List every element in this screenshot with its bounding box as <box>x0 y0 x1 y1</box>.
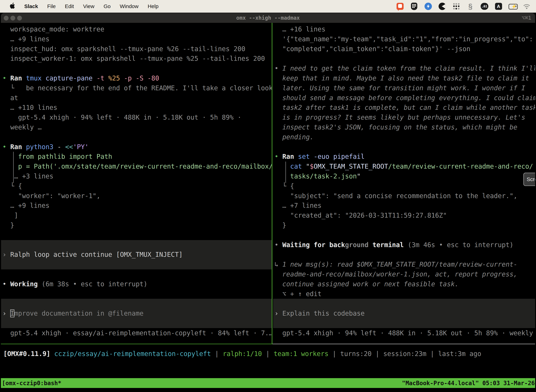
terminal-line: cat "$OMX_TEAM_STATE_ROOT/team/review-cu… <box>274 162 535 171</box>
terminal-line <box>274 250 535 260</box>
terminal-line: at <box>2 93 272 103</box>
terminal-line <box>274 54 535 64</box>
terminal-line: • Working (6m 38s • esc to interrupt) <box>2 279 272 289</box>
wifi-icon[interactable] <box>523 2 531 10</box>
tmux-pane-left[interactable]: workspace_mode: worktree … +9 lines insp… <box>1 24 272 338</box>
terminal-line <box>2 299 272 308</box>
browser-icon[interactable] <box>438 2 446 10</box>
terminal-line: task2 after task1 is complete, but can I… <box>274 103 535 112</box>
terminal-line <box>2 240 272 250</box>
tmux-pane-right[interactable]: … +16 lines '{"team_name":"my-team","tas… <box>273 24 535 338</box>
chat-app-icon[interactable] <box>396 2 404 10</box>
pane-bottom-border-right <box>273 344 535 344</box>
terminal-line: … +7 lines <box>274 201 535 210</box>
stats-icon[interactable] <box>424 2 432 10</box>
window-title-bar: omx --xhigh --madmax ⌥⌘1 <box>1 13 535 23</box>
terminal-line: └ { <box>2 181 272 191</box>
menu-bar-status-icons: § ..61 A ⚡ <box>396 2 536 10</box>
terminal-line: } <box>274 220 535 230</box>
terminal-line <box>2 64 272 73</box>
terminal-line: should send a message before completing … <box>274 93 535 103</box>
terminal-line <box>274 299 535 308</box>
terminal-line: └ { <box>274 181 535 191</box>
terminal-line: … +9 lines <box>2 34 272 44</box>
battery-icon[interactable]: ⚡ <box>509 2 517 10</box>
terminal-line: ] <box>2 210 272 220</box>
terminal-line: • Ran python3 - <<'PY' <box>2 142 272 152</box>
window-shortcut-badge: ⌥⌘1 <box>522 13 531 23</box>
menu-item-help[interactable]: Help <box>148 3 159 9</box>
terminal-line <box>274 142 535 152</box>
terminal-line: • I need to get the claim token from the… <box>274 64 535 73</box>
pane-divider[interactable] <box>272 23 273 344</box>
apple-menu-icon[interactable] <box>10 2 15 10</box>
terminal-line: › Explain this codebase <box>274 308 535 318</box>
terminal-line: readme-and-reco/mailbox/worker-1.json, a… <box>274 269 535 279</box>
app-grid-icon[interactable] <box>452 2 460 10</box>
tmux-host-clock: "MacBook-Pro-44.local" 05:03 31-Mar-26 <box>402 380 535 387</box>
desktop: { "menu_bar": { "items": ["Slack", "File… <box>0 0 536 392</box>
terminal-line: • Ran tmux capture-pane -t %25 -p -S -80 <box>2 73 272 83</box>
menu-bar: Slack File Edit View Go Window Help § ..… <box>0 0 536 13</box>
terminal-line <box>2 269 272 279</box>
terminal-line: • Ran set -euo pipefail <box>274 152 535 162</box>
terminal-line: gpt-5.4 xhigh · essay/ai-reimplementatio… <box>2 328 272 338</box>
terminal-line: inspect task2's JSON, focusing on the st… <box>274 122 535 132</box>
terminal-line: "completed","claim_token":"claim-token"}… <box>274 44 535 54</box>
terminal-line: weekly … <box>2 122 272 132</box>
terminal-line: is in progress? It seems likely but perh… <box>274 112 535 122</box>
terminal-line <box>2 289 272 299</box>
count-badge-icon[interactable]: ..61 <box>480 2 488 10</box>
terminal-line: from pathlib import Path <box>2 152 272 162</box>
terminal-line <box>274 230 535 240</box>
menu-item-view[interactable]: View <box>83 3 94 9</box>
terminal-line: continue assigned work or next feasible … <box>274 279 535 289</box>
password-manager-icon[interactable] <box>410 2 418 10</box>
terminal-line <box>274 318 535 328</box>
menu-item-window[interactable]: Window <box>120 3 139 9</box>
terminal-line: "worker": "worker-1", <box>2 191 272 201</box>
terminal-line <box>2 318 272 328</box>
omx-status-line: [OMX#0.11.9] cczip/essay/ai-reimplementa… <box>3 349 531 359</box>
pane-bottom-border-left <box>1 344 273 344</box>
terminal-line <box>2 230 272 240</box>
terminal-line: … +3 lines <box>2 171 272 181</box>
terminal-line: … +110 lines <box>2 103 272 112</box>
terminal-line: "created_at": "2026-03-31T11:59:27.816Z" <box>274 210 535 220</box>
menu-item-edit[interactable]: Edit <box>65 3 74 9</box>
tmux-session-label: [omx-cczip0:bash* <box>1 380 61 387</box>
terminal-line: pending. <box>274 132 535 142</box>
terminal-line <box>2 132 272 142</box>
terminal-line: └ be necessary for the end of the README… <box>2 83 272 93</box>
terminal-line: › Improve documentation in @filename <box>2 308 272 318</box>
terminal-line: ↳ 1 new msg(s): read $OMX_TEAM_STATE_ROO… <box>274 260 535 269</box>
terminal-line: '{"team_name":"my-team","task_id":"1","f… <box>274 34 535 44</box>
menu-item-app[interactable]: Slack <box>24 3 38 9</box>
terminal-line: workspace_mode: worktree <box>2 24 272 34</box>
terminal-line: p = Path('.omx/state/team/review-current… <box>2 162 272 171</box>
terminal-window: omx --xhigh --madmax ⌥⌘1 workspace_mode:… <box>1 13 535 392</box>
terminal-line: inspect_hud: omx sparkshell --tmux-pane … <box>2 44 272 54</box>
terminal-line: › Ralph loop active continue [OMX_TMUX_I… <box>2 250 272 260</box>
input-source-icon[interactable]: A <box>494 2 502 10</box>
terminal-line: "subject": "send a concise recommendatio… <box>274 191 535 201</box>
terminal-line: … +9 lines <box>2 201 272 210</box>
menu-item-go[interactable]: Go <box>104 3 111 9</box>
terminal-line: ⌥ + ↑ edit <box>274 289 535 299</box>
terminal-line: [OMX#0.11.9] cczip/essay/ai-reimplementa… <box>3 349 531 359</box>
menu-item-file[interactable]: File <box>47 3 56 9</box>
terminal-line: tasks/task-2.json" <box>274 171 535 181</box>
tmux-status-bar: [omx-cczip0:bash* "MacBook-Pro-44.local"… <box>1 378 535 388</box>
terminal-line: gpt-5.4 xhigh · 94% left · 488K in · 5.1… <box>274 328 535 338</box>
vpn-squiggle-icon[interactable]: § <box>466 2 474 10</box>
terminal-line <box>2 260 272 269</box>
terminal-line: inspect_worker-1: omx sparkshell --tmux-… <box>2 54 272 64</box>
terminal-line: gpt-5.4 xhigh · 94% left · 488K in · 5.1… <box>2 112 272 122</box>
window-title: omx --xhigh --madmax <box>1 13 535 23</box>
terminal-line: • Waiting for background terminal (3m 46… <box>274 240 535 250</box>
terminal-line: later. Using the same for transition mig… <box>274 83 535 93</box>
terminal-line: … +16 lines <box>274 24 535 34</box>
terminal-line: } <box>2 220 272 230</box>
terminal-line: keep that in mind. Maybe I also need the… <box>274 73 535 83</box>
